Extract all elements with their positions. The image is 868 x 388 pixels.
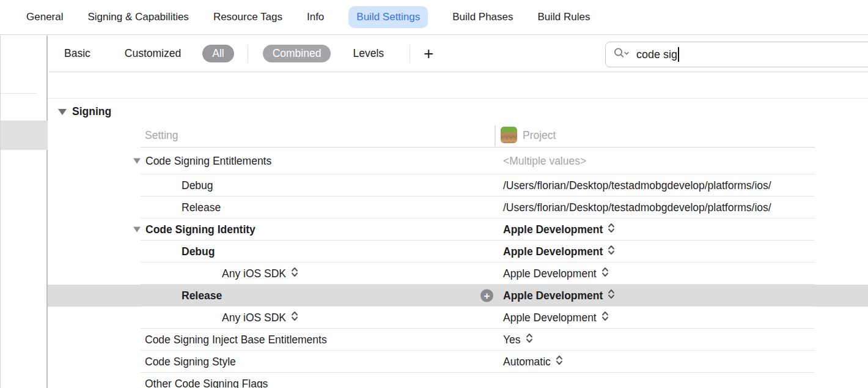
- tab-build-phases[interactable]: Build Phases: [452, 6, 513, 28]
- setting-value[interactable]: Apple Development: [503, 267, 868, 281]
- section-header-signing[interactable]: Signing: [58, 105, 111, 118]
- setting-name-text: Any iOS SDK: [222, 267, 286, 280]
- setting-value[interactable]: Yes: [503, 333, 868, 347]
- navigator-sidebar: [0, 35, 48, 388]
- stepper-chevrons-icon[interactable]: [608, 223, 615, 237]
- setting-row[interactable]: Code Signing StyleAutomatic: [48, 351, 868, 373]
- sidebar-selected-item[interactable]: [1, 121, 48, 150]
- tab-info[interactable]: Info: [307, 6, 324, 28]
- setting-name: Release: [182, 289, 222, 302]
- tab-build-rules[interactable]: Build Rules: [538, 6, 590, 28]
- setting-row[interactable]: Debug/Users/florian/Desktop/testadmobgde…: [48, 174, 868, 196]
- disclosure-triangle-icon[interactable]: [133, 227, 141, 233]
- setting-value[interactable]: <Multiple values>: [503, 155, 868, 168]
- setting-row[interactable]: Release/Users/florian/Desktop/testadmobg…: [48, 196, 868, 218]
- table-column-header: Setting Project: [48, 124, 868, 147]
- sidebar-divider: [1, 93, 37, 94]
- setting-value[interactable]: Apple Development: [503, 245, 868, 259]
- build-settings-toolbar: Basic Customized All Combined Levels + c…: [49, 35, 868, 72]
- setting-name-text: Code Signing Identity: [145, 223, 256, 236]
- tab-signing-capabilities[interactable]: Signing & Capabilities: [87, 6, 188, 28]
- setting-value-text: <Multiple values>: [503, 155, 586, 168]
- stepper-chevrons-icon[interactable]: [601, 267, 609, 281]
- setting-value-text: /Users/florian/Desktop/testadmobgdevelop…: [503, 179, 771, 192]
- setting-name-text: Debug: [182, 245, 215, 258]
- setting-row[interactable]: Code Signing Inject Base EntitlementsYes: [48, 329, 868, 351]
- setting-name-text: Code Signing Inject Base Entitlements: [145, 334, 327, 346]
- setting-value[interactable]: /Users/florian/Desktop/testadmobgdevelop…: [503, 201, 868, 214]
- setting-value-text: Apple Development: [503, 289, 603, 302]
- tab-resource-tags[interactable]: Resource Tags: [213, 6, 282, 28]
- toolbar-separator: [248, 45, 248, 63]
- setting-value-text: Apple Development: [503, 223, 603, 236]
- content-divider: [48, 98, 868, 99]
- setting-row[interactable]: Code Signing IdentityApple Development: [48, 218, 868, 241]
- setting-name-text: Code Signing Style: [145, 356, 236, 368]
- setting-value-text: Apple Development: [503, 312, 597, 324]
- setting-name-text: Debug: [182, 179, 213, 192]
- search-input-text[interactable]: code sig: [636, 48, 677, 61]
- setting-value[interactable]: Apple Development: [503, 223, 868, 237]
- setting-value-text: Automatic: [503, 356, 551, 368]
- toolbar-separator: [410, 45, 410, 63]
- disclosure-triangle-icon[interactable]: [58, 109, 67, 115]
- view-levels-button[interactable]: Levels: [353, 47, 384, 60]
- disclosure-triangle-icon[interactable]: [133, 159, 141, 164]
- setting-value-text: Apple Development: [503, 245, 603, 258]
- setting-value-text: /Users/florian/Desktop/testadmobgdevelop…: [503, 201, 771, 214]
- stepper-chevrons-icon[interactable]: [526, 333, 533, 347]
- setting-name: Any iOS SDK: [222, 267, 298, 281]
- setting-name-text: Release: [182, 289, 222, 302]
- setting-value[interactable]: Apple Development: [503, 311, 868, 325]
- stepper-chevrons-icon[interactable]: [556, 355, 563, 369]
- setting-name-text: Release: [182, 201, 221, 214]
- tab-build-settings[interactable]: Build Settings: [348, 6, 428, 28]
- project-app-icon: [501, 127, 517, 146]
- search-field[interactable]: code sig: [605, 42, 868, 67]
- setting-row[interactable]: Code Signing Entitlements<Multiple value…: [48, 147, 868, 174]
- scope-all-button[interactable]: All: [202, 45, 234, 62]
- setting-value[interactable]: /Users/florian/Desktop/testadmobgdevelop…: [503, 179, 868, 192]
- setting-name-text: Other Code Signing Flags: [145, 378, 268, 388]
- stepper-chevrons-icon[interactable]: [601, 311, 609, 325]
- stepper-chevrons-icon[interactable]: [608, 245, 615, 259]
- add-value-icon[interactable]: +: [480, 289, 493, 302]
- setting-row[interactable]: Release+Apple Development: [48, 285, 868, 307]
- setting-name: Any iOS SDK: [222, 311, 298, 325]
- setting-value[interactable]: Automatic: [503, 355, 868, 369]
- setting-column-header: Setting: [145, 129, 178, 142]
- scope-basic-button[interactable]: Basic: [64, 47, 90, 60]
- setting-row[interactable]: Any iOS SDKApple Development: [48, 307, 868, 329]
- stepper-chevrons-icon[interactable]: [608, 289, 615, 303]
- text-cursor: [678, 47, 679, 62]
- setting-name: Code Signing Entitlements: [133, 155, 271, 168]
- target-tab-bar: GeneralSigning & CapabilitiesResource Ta…: [0, 0, 868, 35]
- scope-customized-button[interactable]: Customized: [125, 47, 181, 60]
- section-title: Signing: [72, 105, 111, 118]
- setting-row[interactable]: Other Code Signing Flags: [48, 373, 868, 388]
- stepper-chevrons-icon[interactable]: [291, 311, 298, 325]
- setting-name: Release: [182, 201, 221, 214]
- setting-name-text: Any iOS SDK: [222, 312, 286, 324]
- setting-value-text: Apple Development: [503, 267, 597, 280]
- view-combined-button[interactable]: Combined: [263, 45, 331, 62]
- project-column-header: Project: [523, 129, 556, 142]
- settings-rows: Code Signing Entitlements<Multiple value…: [48, 147, 868, 388]
- setting-name: Code Signing Identity: [133, 223, 256, 236]
- setting-row[interactable]: Any iOS SDKApple Development: [48, 263, 868, 285]
- setting-name: Code Signing Inject Base Entitlements: [145, 334, 327, 346]
- setting-name-text: Code Signing Entitlements: [145, 155, 271, 168]
- setting-name: Debug: [182, 245, 215, 258]
- search-icon[interactable]: [613, 47, 630, 63]
- setting-name: Debug: [182, 179, 213, 192]
- tab-general[interactable]: General: [26, 6, 63, 28]
- setting-name: Code Signing Style: [145, 356, 236, 368]
- setting-row[interactable]: DebugApple Development: [48, 241, 868, 263]
- column-divider: [495, 125, 496, 146]
- setting-name: Other Code Signing Flags: [145, 378, 268, 388]
- stepper-chevrons-icon[interactable]: [291, 267, 298, 281]
- setting-value[interactable]: Apple Development: [503, 289, 868, 303]
- build-settings-table: Signing Setting Project Code Signing Ent…: [48, 72, 868, 388]
- add-setting-button[interactable]: +: [424, 48, 433, 60]
- setting-value-text: Yes: [503, 334, 521, 346]
